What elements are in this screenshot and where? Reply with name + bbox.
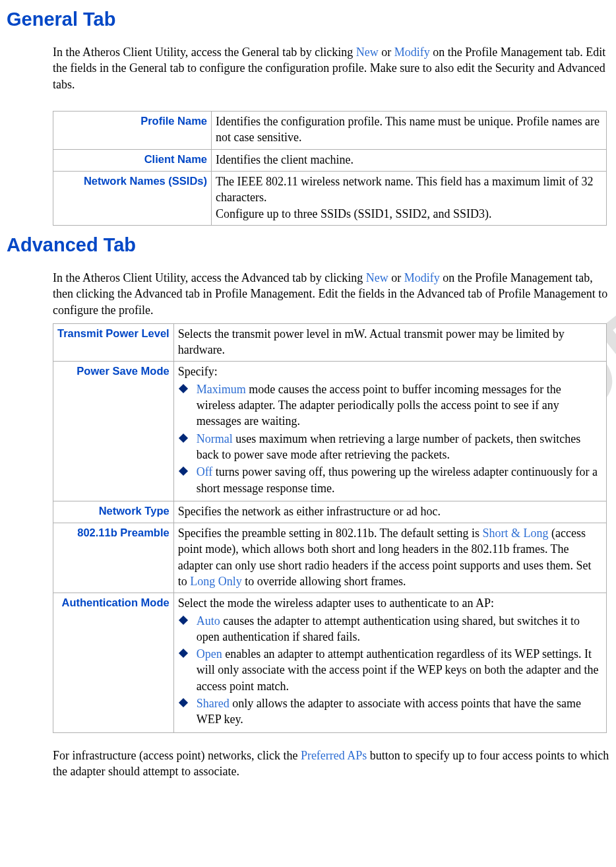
text: causes the adapter to attempt authentica… [197,614,580,643]
label-profile-name: Profile Name [53,112,212,150]
text: turns power saving off, thus powering up… [197,465,598,494]
desc-tx-power: Selects the transmit power level in mW. … [173,323,606,362]
term-maximum: Maximum [197,383,246,396]
text: Specify: [178,365,218,378]
advanced-table: Transmit Power Level Selects the transmi… [53,323,607,733]
text: or [388,271,404,284]
row-power-save: Power Save Mode Specify: Maximum mode ca… [53,362,607,501]
term-normal: Normal [197,432,233,445]
text: Configure up to three SSIDs (SSID1, SSID… [216,207,492,220]
text: or [379,46,394,59]
row-ssids: Network Names (SSIDs) The IEEE 802.11 wi… [53,171,607,225]
text: uses maximum when retrieving a large num… [197,432,581,461]
row-tx-power: Transmit Power Level Selects the transmi… [53,323,607,362]
text: In the Atheros Client Utility, access th… [53,271,366,284]
term-off: Off [197,465,213,478]
row-auth-mode: Authentication Mode Select the mode the … [53,593,607,732]
term-auto: Auto [197,614,220,627]
item-shared: Shared only allows the adapter to associ… [178,695,602,728]
desc-ssids: The IEEE 802.11 wireless network name. T… [212,171,607,225]
item-auto: Auto causes the adapter to attempt authe… [178,613,602,645]
link-modify[interactable]: Modify [404,271,440,284]
item-open: Open enables an adapter to attempt authe… [178,646,602,694]
desc-preamble: Specifies the preamble setting in 802.11… [173,523,606,593]
item-off: Off turns power saving off, thus powerin… [178,464,602,496]
text: to override allowing short frames. [242,575,406,588]
link-new[interactable]: New [366,271,388,284]
general-table: Profile Name Identifies the configuratio… [53,111,607,226]
row-client-name: Client Name Identifies the client machin… [53,149,607,171]
label-power-save: Power Save Mode [53,362,174,501]
link-new[interactable]: New [356,46,379,59]
link-short-long: Short & Long [483,527,549,540]
text: only allows the adapter to associate wit… [197,697,581,726]
text: Specifies the preamble setting in 802.11… [178,527,483,540]
item-maximum: Maximum mode causes the access point to … [178,381,602,430]
advanced-outro: For infrastructure (access point) networ… [53,748,609,780]
desc-client-name: Identifies the client machine. [212,149,607,171]
row-preamble: 802.11b Preamble Specifies the preamble … [53,523,607,593]
text: The IEEE 802.11 wireless network name. T… [216,175,593,204]
desc-auth-mode: Select the mode the wireless adapter use… [173,593,606,732]
label-ssids: Network Names (SSIDs) [53,171,212,225]
row-network-type: Network Type Specifies the network as ei… [53,501,607,523]
advanced-intro: In the Atheros Client Utility, access th… [53,270,609,318]
link-preferred-aps[interactable]: Preferred APs [301,749,367,762]
auth-mode-list: Auto causes the adapter to attempt authe… [178,613,602,728]
power-save-list: Maximum mode causes the access point to … [178,381,602,496]
label-client-name: Client Name [53,149,212,171]
link-modify[interactable]: Modify [394,46,430,59]
item-normal: Normal uses maximum when retrieving a la… [178,431,602,463]
text: enables an adapter to attempt authentica… [197,647,599,693]
heading-advanced: Advanced Tab [7,232,609,258]
desc-network-type: Specifies the network as either infrastr… [173,501,606,523]
label-auth-mode: Authentication Mode [53,593,174,732]
link-long-only: Long Only [190,575,242,588]
term-shared: Shared [197,697,230,710]
heading-general: General Tab [7,7,609,32]
term-open: Open [197,647,222,660]
label-preamble: 802.11b Preamble [53,523,174,593]
text: For infrastructure (access point) networ… [53,749,301,762]
label-network-type: Network Type [53,501,174,523]
text: Select the mode the wireless adapter use… [178,596,494,610]
label-tx-power: Transmit Power Level [53,323,174,362]
desc-power-save: Specify: Maximum mode causes the access … [173,362,606,501]
row-profile-name: Profile Name Identifies the configuratio… [53,112,607,150]
text: In the Atheros Client Utility, access th… [53,46,356,59]
general-intro: In the Atheros Client Utility, access th… [53,44,609,92]
desc-profile-name: Identifies the configuration profile. Th… [212,112,607,150]
text: mode causes the access point to buffer i… [197,383,561,428]
